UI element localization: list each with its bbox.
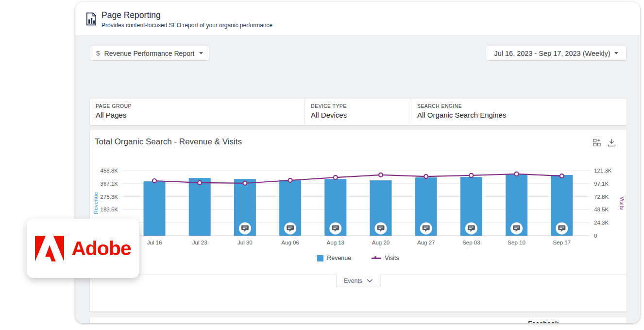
svg-text:0: 0 [594,233,597,239]
page-title: Page Reporting [102,10,161,20]
filter-bar: PAGE GROUP All Pages DEVICE TYPE All Dev… [90,99,627,125]
filter-search-engine[interactable]: SEARCH ENGINE All Organic Search Engines [411,99,627,125]
panel-body: $ Revenue Performance Report Jul 16, 202… [75,35,640,323]
filter-page-group[interactable]: PAGE GROUP All Pages [90,99,305,125]
event-annotation-icon [556,223,568,235]
legend-label: Revenue [327,255,351,261]
chevron-down-icon [367,279,373,283]
svg-text:Revenue: Revenue [93,192,99,214]
date-range-label: Jul 16, 2023 - Sep 17, 2023 (Weekly) [494,50,610,57]
report-type-dropdown[interactable]: $ Revenue Performance Report [90,46,209,61]
visits-marker-icon [372,255,381,261]
filter-label: DEVICE TYPE [311,103,411,109]
event-annotation-icon [465,223,477,235]
svg-text:Aug 13: Aug 13 [327,240,344,245]
chevron-down-icon [614,52,618,54]
event-annotation-icon [510,223,523,235]
filter-label: PAGE GROUP [96,103,305,109]
svg-text:72.8K: 72.8K [594,194,609,200]
download-icon[interactable] [608,139,616,149]
events-label: Events [344,278,362,284]
add-to-dashboard-icon[interactable] [593,139,601,149]
svg-text:Sep 03: Sep 03 [462,240,480,245]
col-facebook-likes-shares: Facebook Likes/Shares [514,320,573,323]
svg-text:Aug 20: Aug 20 [372,240,390,245]
chevron-down-icon [199,52,203,54]
svg-text:Aug 27: Aug 27 [417,240,435,245]
page-report-icon [85,12,97,28]
event-annotation-icon [239,223,251,235]
filter-value: All Pages [96,111,305,119]
svg-text:Aug 06: Aug 06 [281,240,299,245]
svg-text:458.8K: 458.8K [101,168,119,174]
svg-text:Jul 16: Jul 16 [147,240,162,245]
svg-text:183.5K: 183.5K [101,207,119,212]
legend-item-visits[interactable]: Visits [372,255,399,261]
chart-card: Total Organic Search - Revenue & Visits [90,130,627,312]
svg-text:97.1K: 97.1K [594,181,609,187]
summary-table: Reporting Period Revenue Revenue Change … [90,317,627,323]
events-toggle-button[interactable]: Events [336,275,380,287]
page-subtitle: Provides content-focused SEO report of y… [102,22,272,29]
filter-value: All Devices [311,111,411,119]
svg-text:Sep 10: Sep 10 [508,240,525,245]
svg-text:24.3K: 24.3K [594,220,609,226]
legend-label: Visits [385,255,399,261]
legend-item-revenue[interactable]: Revenue [317,255,351,261]
event-annotation-icon [375,223,387,235]
adobe-logo-card: Adobe [27,219,139,278]
event-annotation-icon [420,223,432,235]
filter-device-type[interactable]: DEVICE TYPE All Devices [305,99,411,125]
event-annotation-icon [329,223,341,235]
svg-text:Jul 23: Jul 23 [192,240,207,245]
report-type-label: Revenue Performance Report [104,50,195,57]
svg-text:367.1K: 367.1K [101,181,119,187]
panel-header: Page Reporting Provides content-focused … [75,2,640,35]
adobe-wordmark: Adobe [71,237,131,260]
filter-value: All Organic Search Engines [417,111,627,119]
page-reporting-panel: Page Reporting Provides content-focused … [75,2,640,323]
chart-legend: Revenue Visits [90,255,627,261]
svg-text:Sep 17: Sep 17 [553,240,571,245]
dollar-icon: $ [96,50,100,57]
chart-title: Total Organic Search - Revenue & Visits [95,137,242,147]
date-range-dropdown[interactable]: Jul 16, 2023 - Sep 17, 2023 (Weekly) [486,46,627,61]
event-annotation-icon [284,223,296,235]
svg-text:48.5K: 48.5K [594,207,609,212]
revenue-visits-chart[interactable]: 458.8K121.3K367.1K97.1K275.3K72.8K183.5K… [90,158,627,251]
filter-label: SEARCH ENGINE [417,103,627,109]
summary-table-header: Reporting Period Revenue Revenue Change … [90,317,627,323]
revenue-swatch-icon [317,255,323,261]
svg-text:275.3K: 275.3K [101,194,119,200]
adobe-logo-icon [35,236,64,261]
svg-text:121.3K: 121.3K [594,168,612,174]
svg-text:Jul 30: Jul 30 [237,240,253,245]
svg-text:Visits: Visits [619,196,625,210]
